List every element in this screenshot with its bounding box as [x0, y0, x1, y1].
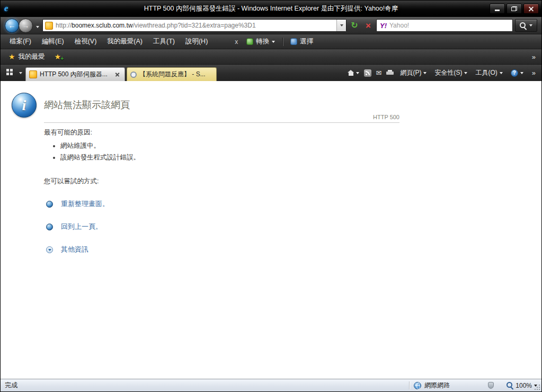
page-content: i 網站無法顯示該網頁 HTTP 500 最有可能的原因: 網站維護中。 該網站…	[1, 81, 541, 379]
chevron-down-icon	[529, 24, 532, 26]
refresh-page-action[interactable]: 重新整理畫面。	[44, 199, 399, 209]
chevron-down-icon	[500, 72, 503, 74]
ie-logo-icon: e	[4, 3, 8, 14]
resize-grip[interactable]	[534, 384, 540, 390]
yahoo-logo: Y!	[380, 22, 387, 30]
tools-menu-label: 工具(O)	[475, 68, 497, 77]
status-text: 完成	[5, 381, 17, 390]
menu-tools[interactable]: 工具(T)	[148, 35, 180, 48]
command-overflow-chevron[interactable]: »	[530, 69, 538, 77]
chevron-down-icon	[48, 249, 51, 251]
menu-edit[interactable]: 編輯(E)	[37, 35, 69, 48]
protected-mode-indicator	[488, 382, 494, 389]
shield-icon	[488, 382, 494, 389]
rss-icon	[364, 69, 371, 77]
chevron-down-icon	[272, 41, 275, 43]
refresh-button[interactable]: ↻	[349, 20, 360, 31]
favorites-button[interactable]: ★ 我的最愛	[4, 51, 49, 63]
convert-label: 轉換	[256, 37, 269, 46]
stop-button[interactable]: ×	[362, 20, 374, 31]
tab-system-feedback[interactable]: 【系統問題反應】 - S...	[127, 67, 217, 81]
menu-bar: 檔案(F) 編輯(E) 檢視(V) 我的最愛(A) 工具(T) 說明(H) x …	[1, 34, 541, 49]
go-back-action[interactable]: 回到上一頁。	[44, 222, 399, 231]
command-bar: ✉ 網頁(P) 安全性(S) 工具(O) ? »	[348, 65, 539, 81]
tab-label: 【系統問題反應】 - S...	[139, 70, 213, 79]
mail-button[interactable]: ✉	[376, 69, 382, 76]
tab-close-button[interactable]	[113, 70, 121, 78]
convert-button[interactable]: 轉換	[242, 35, 279, 48]
help-menu-button[interactable]: ?	[509, 68, 525, 78]
convert-icon	[246, 38, 253, 45]
plus-icon: +	[60, 56, 64, 61]
address-url: http://boomex.sclub.com.tw/viewthread.ph…	[56, 22, 256, 29]
search-input[interactable]	[389, 22, 509, 29]
refresh-orb-icon	[46, 201, 53, 208]
info-icon: i	[12, 93, 37, 118]
restore-button[interactable]	[507, 4, 522, 14]
try-title: 您可以嘗試的方式:	[44, 177, 399, 186]
forward-arrow-icon: →	[22, 21, 30, 30]
separator	[409, 381, 410, 389]
window-title: HTTP 500 內部伺服器發生錯誤 - Windows Internet Ex…	[1, 4, 541, 13]
forward-button[interactable]: →	[19, 19, 33, 33]
more-info-link[interactable]: 其他資訊	[61, 245, 88, 254]
error-heading: 網站無法顯示該網頁	[44, 99, 399, 111]
menu-help[interactable]: 說明(H)	[181, 35, 212, 48]
security-zone: 網際網路	[414, 381, 450, 390]
zoom-level: 100%	[516, 382, 532, 389]
select-button[interactable]: 選擇	[286, 35, 317, 48]
refresh-page-link[interactable]: 重新整理畫面。	[61, 199, 109, 209]
tab-favicon-icon	[130, 72, 137, 78]
quick-tabs-button[interactable]	[3, 67, 16, 79]
safety-menu-label: 安全性(S)	[434, 68, 462, 77]
chevron-down-icon	[356, 72, 359, 74]
stop-icon: ×	[366, 21, 371, 30]
restore-icon	[511, 6, 517, 11]
minimize-button[interactable]	[490, 4, 505, 14]
home-icon	[348, 70, 354, 76]
zoom-control[interactable]: 100%	[507, 382, 537, 389]
back-button[interactable]: ←	[5, 19, 19, 33]
causes-title: 最有可能的原因:	[44, 128, 399, 137]
causes-list: 網站維護中。 該網站發生程式設計錯誤。	[60, 141, 399, 162]
status-bar: 完成 網際網路 100%	[1, 379, 541, 391]
favorites-label: 我的最愛	[19, 52, 45, 61]
url-domain: boomex.sclub.com.tw	[72, 22, 132, 29]
separator	[282, 38, 283, 46]
window-controls	[490, 4, 539, 14]
menu-file[interactable]: 檔案(F)	[5, 35, 36, 48]
search-icon	[520, 22, 527, 29]
menu-favorites[interactable]: 我的最愛(A)	[102, 35, 147, 48]
chevron-down-icon	[520, 72, 523, 74]
address-dropdown[interactable]	[336, 20, 346, 31]
chevron-down-icon	[340, 24, 343, 26]
divider	[44, 122, 399, 123]
navigation-bar: ← → http://boomex.sclub.com.tw/viewthrea…	[1, 16, 541, 34]
page-menu-label: 網頁(P)	[400, 68, 421, 77]
address-bar[interactable]: http://boomex.sclub.com.tw/viewthread.ph…	[42, 19, 346, 32]
back-orb-icon	[46, 224, 53, 230]
favorites-overflow-chevron[interactable]: »	[530, 53, 538, 61]
feeds-button[interactable]	[364, 69, 371, 77]
print-button[interactable]	[386, 70, 394, 76]
menu-view[interactable]: 檢視(V)	[70, 35, 102, 48]
browser-window: e HTTP 500 內部伺服器發生錯誤 - Windows Internet …	[0, 0, 542, 392]
help-icon: ?	[511, 69, 518, 77]
add-favorite-button[interactable]: ★ +	[51, 51, 65, 63]
back-arrow-icon: ←	[8, 21, 16, 30]
select-icon	[290, 38, 297, 45]
recent-pages-dropdown[interactable]	[35, 21, 40, 30]
tools-menu-button[interactable]: 工具(O)	[474, 67, 504, 78]
printer-icon	[386, 70, 394, 76]
safety-menu-button[interactable]: 安全性(S)	[433, 67, 469, 78]
close-button[interactable]	[523, 4, 539, 14]
page-menu-button[interactable]: 網頁(P)	[398, 67, 428, 78]
search-button[interactable]	[515, 19, 537, 32]
home-button[interactable]	[348, 70, 359, 76]
expand-chevron-icon	[46, 246, 53, 253]
tab-http500[interactable]: HTTP 500 內部伺服器...	[25, 67, 125, 81]
go-back-link[interactable]: 回到上一頁。	[61, 222, 102, 231]
tab-list-dropdown[interactable]	[17, 67, 24, 79]
more-info-action[interactable]: 其他資訊	[44, 245, 399, 254]
toolbar-close-icon[interactable]: x	[232, 38, 241, 46]
